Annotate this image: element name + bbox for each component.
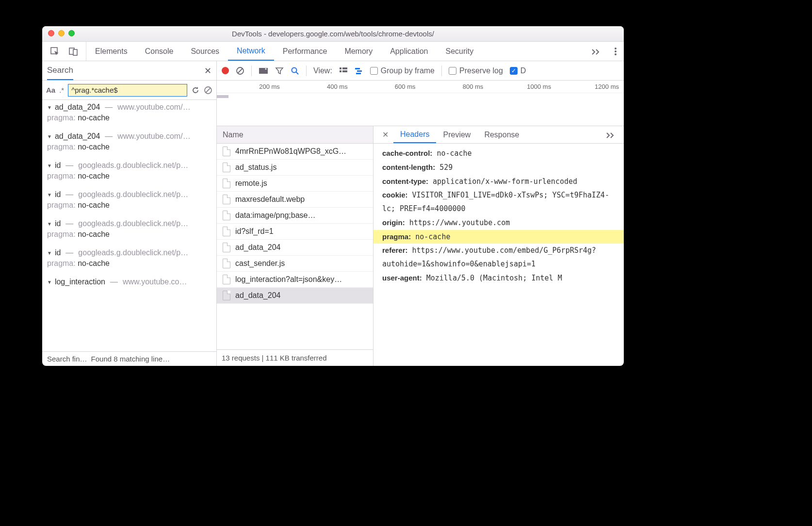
svg-rect-2 — [73, 49, 77, 55]
request-row[interactable]: 4mrRnEPnWo81qWPG8_xcG… — [217, 144, 373, 160]
tab-memory[interactable]: Memory — [336, 42, 381, 61]
tab-security[interactable]: Security — [437, 42, 482, 61]
svg-line-7 — [206, 88, 211, 93]
tab-application[interactable]: Application — [381, 42, 437, 61]
clear-icon[interactable] — [236, 66, 244, 75]
header-line: cache-control: no-cache — [382, 147, 624, 161]
header-value: 529 — [439, 163, 453, 172]
request-row[interactable]: ad_data_204 — [217, 240, 373, 256]
svg-point-5 — [615, 53, 617, 55]
request-name: ad_data_204 — [235, 291, 280, 300]
result-header-key: pragma: — [47, 143, 76, 151]
minimize-window-icon[interactable] — [58, 30, 65, 36]
large-rows-icon[interactable] — [339, 67, 348, 75]
header-key: origin: — [382, 218, 405, 227]
disclosure-triangle-icon[interactable]: ▼ — [47, 279, 52, 285]
header-key: referer: — [382, 246, 408, 254]
capture-screenshot-icon[interactable] — [259, 67, 268, 75]
file-icon — [223, 147, 230, 156]
tab-network[interactable]: Network — [228, 42, 274, 61]
search-result[interactable]: ▼id—googleads.g.doubleclick.net/p…pragma… — [42, 246, 216, 275]
disclosure-triangle-icon[interactable]: ▼ — [47, 250, 52, 256]
more-menu-icon[interactable] — [607, 47, 624, 56]
header-line: referer: https://www.youtube.com/embed/G… — [382, 244, 624, 271]
timeline-tick: 400 ms — [285, 81, 353, 93]
result-name: id — [55, 219, 61, 228]
group-by-frame-checkbox[interactable]: Group by frame — [370, 66, 435, 75]
search-icon[interactable] — [291, 66, 299, 75]
file-icon — [223, 179, 230, 188]
tabs-overflow-icon[interactable] — [585, 48, 607, 55]
svg-rect-18 — [355, 68, 360, 69]
result-header-key: pragma: — [47, 172, 76, 180]
disclosure-triangle-icon[interactable]: ▼ — [47, 192, 52, 197]
tab-sources[interactable]: Sources — [182, 42, 228, 61]
refresh-search-icon[interactable] — [191, 86, 200, 95]
close-search-icon[interactable]: ✕ — [204, 66, 211, 76]
search-input[interactable] — [68, 84, 187, 97]
request-row[interactable]: ad_data_204 — [217, 288, 373, 304]
svg-point-11 — [265, 68, 267, 69]
device-toolbar-icon[interactable] — [68, 47, 78, 56]
zoom-window-icon[interactable] — [68, 30, 75, 36]
request-name: data:image/png;base… — [235, 211, 315, 220]
file-icon — [223, 163, 230, 172]
disclosure-triangle-icon[interactable]: ▼ — [47, 221, 52, 227]
preserve-log-checkbox[interactable]: Preserve log — [449, 66, 503, 75]
request-row[interactable]: maxresdefault.webp — [217, 192, 373, 208]
svg-line-9 — [238, 68, 243, 73]
close-details-icon[interactable]: ✕ — [377, 130, 393, 139]
tab-performance[interactable]: Performance — [274, 42, 336, 61]
timeline[interactable]: 200 ms400 ms600 ms800 ms1000 ms1200 ms — [217, 81, 624, 126]
details-tab-preview[interactable]: Preview — [436, 126, 477, 143]
result-header-value: no-cache — [78, 172, 110, 180]
request-row[interactable]: cast_sender.js — [217, 256, 373, 272]
result-domain: www.youtube.com/… — [117, 103, 190, 112]
traffic-lights — [48, 30, 75, 36]
waterfall-view-icon[interactable] — [355, 67, 363, 75]
devtools-window: DevTools - developers.google.com/web/too… — [42, 26, 624, 366]
search-result[interactable]: ▼ad_data_204—www.youtube.com/…pragma: no… — [42, 129, 216, 158]
request-row[interactable]: data:image/png;base… — [217, 208, 373, 224]
filter-icon[interactable] — [275, 66, 284, 75]
header-key: pragma: — [382, 232, 411, 241]
search-result[interactable]: ▼ad_data_204—www.youtube.com/…pragma: no… — [42, 100, 216, 129]
request-row[interactable]: id?slf_rd=1 — [217, 224, 373, 240]
regex-icon[interactable]: .* — [59, 86, 64, 94]
details-tab-headers[interactable]: Headers — [393, 126, 436, 143]
extra-checkbox[interactable]: ✓D — [510, 66, 526, 75]
request-row[interactable]: remote.js — [217, 176, 373, 192]
request-row[interactable]: log_interaction?alt=json&key… — [217, 272, 373, 288]
search-result[interactable]: ▼log_interaction—www.youtube.co… — [42, 275, 216, 288]
search-result[interactable]: ▼id—googleads.g.doubleclick.net/p…pragma… — [42, 216, 216, 246]
result-header-key: pragma: — [47, 230, 76, 238]
search-result[interactable]: ▼id—googleads.g.doubleclick.net/p…pragma… — [42, 187, 216, 216]
clear-search-icon[interactable] — [204, 86, 212, 95]
search-result[interactable]: ▼id—googleads.g.doubleclick.net/p…pragma… — [42, 158, 216, 187]
timeline-tick: 1200 ms — [556, 81, 624, 93]
close-window-icon[interactable] — [48, 30, 54, 36]
tab-elements[interactable]: Elements — [86, 42, 136, 61]
tab-console[interactable]: Console — [136, 42, 182, 61]
details-tab-response[interactable]: Response — [477, 126, 526, 143]
details-overflow-icon[interactable] — [601, 132, 620, 138]
request-name: maxresdefault.webp — [235, 195, 305, 204]
name-column-header[interactable]: Name — [217, 126, 373, 144]
svg-rect-20 — [356, 73, 361, 74]
svg-line-13 — [296, 72, 299, 74]
header-value: Mozilla/5.0 (Macintosh; Intel M — [426, 274, 562, 282]
header-value: https://www.youtube.com — [409, 218, 510, 227]
result-header-key: pragma: — [47, 201, 76, 209]
header-value: application/x-www-form-urlencoded — [433, 177, 577, 186]
header-value: no-cache — [415, 232, 450, 241]
requests-name-column: Name 4mrRnEPnWo81qWPG8_xcG…ad_status.jsr… — [217, 126, 373, 366]
record-icon[interactable] — [222, 67, 229, 74]
match-case-icon[interactable]: Aa — [46, 86, 55, 94]
inspect-element-icon[interactable] — [50, 47, 60, 56]
disclosure-triangle-icon[interactable]: ▼ — [47, 105, 52, 110]
request-row[interactable]: ad_status.js — [217, 160, 373, 176]
result-header-value: no-cache — [78, 230, 110, 238]
disclosure-triangle-icon[interactable]: ▼ — [47, 163, 52, 168]
disclosure-triangle-icon[interactable]: ▼ — [47, 134, 52, 139]
header-key: user-agent: — [382, 274, 422, 282]
